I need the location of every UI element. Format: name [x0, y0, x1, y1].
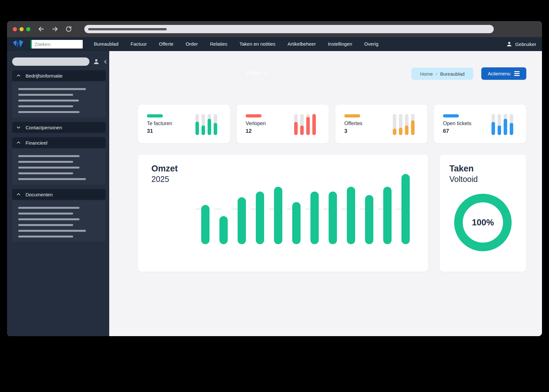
mini-bar-chart: [195, 114, 217, 135]
hamburger-menu-icon: [514, 71, 520, 76]
skeleton-line: [18, 111, 80, 113]
menu-item-relaties[interactable]: Relaties: [204, 37, 233, 51]
maximize-window-icon[interactable]: [26, 27, 30, 31]
menu-item-order[interactable]: Order: [179, 37, 204, 51]
skeleton-line: [18, 213, 73, 215]
skeleton-line: [18, 172, 73, 174]
stat-label: Te facturen: [147, 121, 230, 126]
back-icon: [37, 25, 45, 33]
section-label: Documenten: [26, 192, 53, 197]
app-logo-icon[interactable]: [13, 39, 24, 49]
skeleton-line: [18, 167, 80, 169]
tasks-donut-card: Taken Voltooid 100%: [440, 155, 526, 272]
chevron-up-icon: [16, 140, 21, 145]
menu-item-artikelbeheer[interactable]: Artikelbeheer: [281, 37, 322, 51]
chevron-down-icon: [16, 125, 21, 130]
revenue-bar-chart: [186, 173, 415, 244]
browser-window: Bureaublad Factuur Offerte Order Relatie…: [7, 21, 542, 336]
menu-item-offerte[interactable]: Offerte: [153, 37, 180, 51]
stat-value: 3: [344, 128, 427, 134]
sidebar-section-financieel[interactable]: Financieel: [12, 137, 106, 148]
stat-label: Open tickets: [443, 121, 526, 126]
stat-accent-pill: [344, 114, 360, 117]
skeleton-line: [18, 100, 79, 102]
sidebar: Bedrijfsinformatie Contactpersonen Finan…: [7, 51, 109, 336]
global-search-input[interactable]: [31, 40, 83, 49]
stat-card-open-tickets[interactable]: Open tickets 67: [434, 105, 526, 143]
skeleton-line: [18, 94, 73, 96]
sidebar-section-contactpersonen[interactable]: Contactpersonen: [12, 122, 106, 133]
menu-item-taken-en-notities[interactable]: Taken en notities: [233, 37, 282, 51]
revenue-chart-card: Omzet 2025: [138, 155, 428, 272]
contact-person-icon[interactable]: [93, 58, 100, 65]
menu-item-bureaublad[interactable]: Bureaublad: [88, 37, 125, 51]
skeleton-line: [18, 155, 80, 157]
chevron-up-icon: [16, 73, 21, 78]
forward-icon: [51, 25, 59, 33]
stat-card-offertes[interactable]: Offertes 3: [335, 105, 427, 143]
reload-icon: [65, 26, 72, 33]
window-controls: [13, 27, 30, 31]
breadcrumb-home-link[interactable]: Home: [420, 71, 433, 77]
back-button[interactable]: [37, 25, 45, 33]
skeleton-line: [18, 236, 73, 237]
sidebar-section-bedrijfsinformatie[interactable]: Bedrijfsinformatie: [12, 70, 106, 81]
tasks-percent-value: 100%: [472, 218, 494, 228]
skeleton-line: [18, 207, 80, 209]
breadcrumb-current-page: Bureaublad: [440, 71, 465, 77]
address-placeholder-line: [88, 28, 167, 30]
sidebar-search-input[interactable]: [12, 57, 89, 66]
skeleton-line: [18, 105, 73, 107]
close-window-icon[interactable]: [13, 27, 17, 31]
tasks-card-title: Taken: [449, 164, 478, 174]
section-content-skeleton: [12, 149, 106, 185]
user-icon: [506, 41, 512, 47]
mini-bar-chart: [492, 114, 513, 135]
sidebar-section-documenten[interactable]: Documenten: [12, 189, 106, 200]
breadcrumb: Home › Bureaublad: [411, 68, 473, 80]
chevron-down-icon: [264, 71, 268, 75]
user-label: Gebruiker: [515, 41, 536, 47]
action-menu-label: Actiemenu: [488, 71, 511, 76]
revenue-card-title: Omzet: [151, 164, 178, 174]
user-menu[interactable]: Gebruiker: [506, 41, 536, 47]
forward-button[interactable]: [51, 25, 59, 33]
section-label: Contactpersonen: [26, 125, 62, 130]
stat-value: 12: [246, 128, 329, 134]
stat-value: 67: [443, 128, 526, 134]
tasks-card-subtitle: Voltooid: [449, 175, 478, 184]
collapse-sidebar-icon[interactable]: [103, 59, 108, 64]
stat-accent-pill: [147, 114, 163, 117]
stat-cards-row: Te facturen 31 Verlopen 12 Offertes 3: [138, 105, 526, 143]
reload-button[interactable]: [65, 25, 72, 33]
stat-accent-pill: [246, 114, 262, 117]
mini-bar-chart: [294, 114, 316, 135]
main-content: Filters Home › Bureaublad Actiemenu Te f…: [109, 51, 542, 336]
stat-accent-pill: [443, 114, 459, 117]
menu-item-factuur[interactable]: Factuur: [125, 37, 153, 51]
stat-card-verlopen[interactable]: Verlopen 12: [237, 105, 329, 143]
filters-dropdown[interactable]: Filters: [247, 70, 268, 76]
section-content-skeleton: [12, 200, 106, 242]
tasks-donut-chart: 100%: [454, 194, 512, 251]
section-label: Bedrijfsinformatie: [26, 73, 63, 79]
main-menu: Bureaublad Factuur Offerte Order Relatie…: [88, 37, 385, 51]
address-bar[interactable]: [84, 25, 494, 33]
section-content-skeleton: [12, 82, 106, 117]
section-label: Financieel: [26, 140, 47, 146]
browser-chrome: [7, 21, 542, 37]
menu-item-instellingen[interactable]: Instellingen: [322, 37, 358, 51]
skeleton-line: [18, 161, 73, 163]
minimize-window-icon[interactable]: [19, 27, 24, 31]
revenue-bars: [201, 174, 410, 244]
skeleton-line: [18, 218, 80, 220]
stat-label: Verlopen: [246, 121, 329, 126]
skeleton-line: [18, 230, 86, 232]
skeleton-line: [18, 178, 86, 180]
action-menu-button[interactable]: Actiemenu: [481, 67, 526, 80]
stat-label: Offertes: [344, 121, 427, 126]
menu-item-overig[interactable]: Overig: [358, 37, 385, 51]
stat-card-te-facturen[interactable]: Te facturen 31: [138, 105, 230, 143]
mini-bar-chart: [393, 114, 415, 135]
app-navbar: Bureaublad Factuur Offerte Order Relatie…: [7, 37, 542, 51]
